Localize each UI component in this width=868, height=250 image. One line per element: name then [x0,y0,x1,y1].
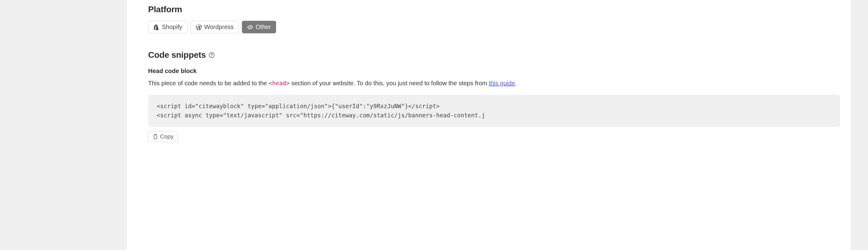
help-icon[interactable] [208,52,215,58]
main-content: Platform Shopify Wordpress [127,0,851,250]
platform-section: Platform Shopify Wordpress [148,3,840,33]
left-gutter [0,0,127,250]
clipboard-icon [153,134,158,139]
platform-title: Platform [148,3,840,16]
wordpress-icon [196,24,202,30]
desc-text-after: section of your website. To do this, you… [291,80,489,86]
code-block: <script id="citewayblock" type="applicat… [148,95,840,127]
head-block-title: Head code block [148,66,840,76]
snippets-title-text: Code snippets [148,49,206,61]
platform-tab-other[interactable]: Other [242,21,276,33]
copy-button[interactable]: Copy [148,131,178,142]
platform-tab-wordpress[interactable]: Wordpress [191,21,239,33]
head-tag-code: <head> [269,80,290,86]
code-icon [247,24,253,30]
copy-button-label: Copy [160,133,174,140]
desc-text-before: This piece of code needs to be added to … [148,80,269,86]
snippets-section: Code snippets Head code block This piece… [148,49,840,142]
platform-tab-label: Shopify [162,24,182,31]
svg-rect-3 [154,135,157,139]
desc-text-end: . [515,80,517,86]
snippets-title: Code snippets [148,49,840,61]
platform-tab-shopify[interactable]: Shopify [148,21,188,33]
platform-tabs: Shopify Wordpress Other [148,21,840,33]
shopify-icon [153,24,159,30]
right-gutter [851,0,868,250]
head-block-description: This piece of code needs to be added to … [148,79,840,88]
platform-tab-label: Other [256,24,271,31]
guide-link[interactable]: this guide [489,80,515,86]
svg-line-0 [250,25,250,29]
platform-tab-label: Wordpress [204,24,234,31]
